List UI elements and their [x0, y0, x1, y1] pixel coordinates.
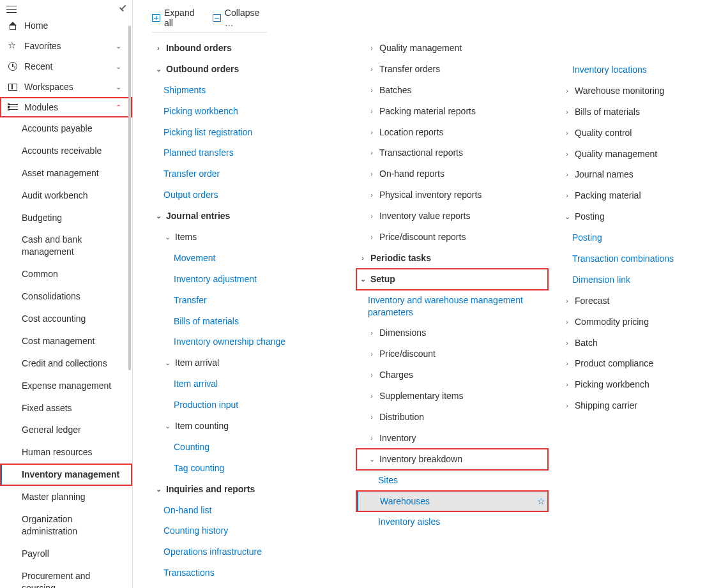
menu-link[interactable]: Inventory adjustment: [152, 269, 344, 290]
module-item[interactable]: Cost accounting: [0, 308, 132, 330]
menu-group[interactable]: ›Forecast: [561, 290, 721, 312]
collapse-all-button[interactable]: Collapse …: [213, 8, 267, 28]
group-journal-entries[interactable]: ⌄Journal entries: [152, 206, 344, 227]
group-inquiries-reports[interactable]: ⌄Inquiries and reports: [152, 479, 344, 500]
chevron-right-icon: ›: [368, 190, 376, 200]
module-item[interactable]: Credit and collections: [0, 352, 132, 375]
menu-link[interactable]: Inventory ownership change: [152, 331, 344, 352]
module-item[interactable]: General ledger: [0, 419, 132, 441]
menu-group[interactable]: ›Distribution: [356, 407, 548, 428]
menu-group[interactable]: ›Quality control: [561, 123, 721, 144]
menu-link[interactable]: Transactions: [152, 562, 344, 584]
menu-link[interactable]: Operations infrastructure: [152, 541, 344, 562]
group-periodic-tasks[interactable]: ›Periodic tasks: [356, 248, 548, 269]
menu-link[interactable]: Counting history: [152, 520, 344, 541]
menu-group[interactable]: ›Packing material: [561, 185, 721, 206]
module-item[interactable]: Expense management: [0, 375, 132, 397]
menu-link[interactable]: Transfer: [152, 290, 344, 311]
menu-group[interactable]: ›Physical inventory reports: [356, 185, 548, 206]
module-item[interactable]: Organization administration: [0, 508, 132, 543]
module-item[interactable]: Accounts payable: [0, 117, 132, 140]
nav-recent[interactable]: Recent ⌄: [0, 56, 132, 77]
group-item-counting[interactable]: ⌄Item counting: [152, 416, 344, 437]
menu-link[interactable]: Picking workbench: [152, 101, 344, 122]
module-item[interactable]: Accounts receivable: [0, 140, 132, 162]
hamburger-icon[interactable]: [6, 4, 17, 14]
menu-link[interactable]: Posting: [561, 227, 721, 248]
module-item[interactable]: Fixed assets: [0, 397, 132, 419]
module-item[interactable]: Payroll: [0, 543, 132, 565]
module-item[interactable]: Audit workbench: [0, 185, 132, 207]
menu-link[interactable]: Tag counting: [152, 458, 344, 479]
menu-link[interactable]: Production input: [152, 395, 344, 416]
module-item[interactable]: Cost management: [0, 330, 132, 352]
module-item[interactable]: Asset management: [0, 162, 132, 185]
pin-icon[interactable]: [115, 2, 130, 17]
nav-modules[interactable]: Modules ⌃: [0, 97, 132, 117]
menu-group[interactable]: ›Batches: [356, 80, 548, 101]
nav-home[interactable]: Home: [0, 15, 132, 36]
menu-group[interactable]: ›Supplementary items: [356, 386, 548, 407]
expand-all-button[interactable]: Expand all: [152, 8, 202, 28]
group-inventory-breakdown[interactable]: ⌄Inventory breakdown: [356, 449, 548, 470]
link-warehouses[interactable]: Warehouses☆: [356, 491, 548, 512]
link-inventory-locations[interactable]: Inventory locations: [561, 59, 721, 80]
group-outbound-orders[interactable]: ⌄Outbound orders: [152, 59, 344, 80]
group-setup[interactable]: ⌄Setup: [356, 269, 548, 290]
menu-group[interactable]: ›Price/discount: [356, 343, 548, 365]
menu-group[interactable]: ›Transfer orders: [356, 59, 548, 80]
group-item-arrival[interactable]: ⌄Item arrival: [152, 352, 344, 373]
nav-workspaces[interactable]: Workspaces ⌄: [0, 77, 132, 97]
group-inbound-orders[interactable]: ›Inbound orders: [152, 38, 344, 59]
menu-group[interactable]: ›Charges: [356, 365, 548, 386]
link-inventory-aisles[interactable]: Inventory aisles: [356, 511, 548, 532]
menu-group[interactable]: ›Shipping carrier: [561, 395, 721, 416]
menu-group[interactable]: ›Journal names: [561, 164, 721, 185]
menu-group[interactable]: ›Commodity pricing: [561, 312, 721, 333]
menu-link[interactable]: Shipments: [152, 80, 344, 101]
menu-group[interactable]: ›Inventory value reports: [356, 206, 548, 227]
module-list[interactable]: Accounts payableAccounts receivableAsset…: [0, 117, 132, 588]
menu-link[interactable]: Movement: [152, 248, 344, 269]
group-tracking-dimensions[interactable]: ›Tracking dimensions: [152, 584, 344, 588]
menu-group[interactable]: ›Product compliance: [561, 353, 721, 374]
favorite-star-icon[interactable]: ☆: [537, 495, 545, 508]
menu-link[interactable]: On-hand list: [152, 500, 344, 521]
module-item[interactable]: Procurement and sourcing: [0, 565, 132, 588]
menu-link[interactable]: Picking list registration: [152, 122, 344, 143]
menu-group[interactable]: ›Quality management: [356, 38, 548, 59]
menu-group[interactable]: ›Location reports: [356, 122, 548, 143]
group-posting[interactable]: ⌄Posting: [561, 206, 721, 227]
menu-group[interactable]: ›Transactional reports: [356, 142, 548, 163]
menu-group[interactable]: ›Bills of materials: [561, 102, 721, 123]
menu-group[interactable]: ›Dimensions: [356, 322, 548, 343]
module-item[interactable]: Human resources: [0, 441, 132, 464]
menu-link[interactable]: Transfer order: [152, 163, 344, 185]
menu-group[interactable]: ›Warehouse monitoring: [561, 80, 721, 102]
menu-group[interactable]: ›Price/discount reports: [356, 227, 548, 248]
menu-group[interactable]: ›Quality management: [561, 144, 721, 165]
link-inv-wh-params[interactable]: Inventory and warehouse management param…: [356, 290, 548, 323]
module-item[interactable]: Budgeting: [0, 207, 132, 229]
module-item[interactable]: Master planning: [0, 486, 132, 508]
menu-group[interactable]: ›Picking workbench: [561, 374, 721, 395]
module-item[interactable]: Consolidations: [0, 285, 132, 308]
nav-favorites[interactable]: Favorites ⌄: [0, 36, 132, 56]
module-item[interactable]: Cash and bank management: [0, 229, 132, 263]
module-item[interactable]: Common: [0, 263, 132, 285]
menu-group[interactable]: ›Batch: [561, 333, 721, 354]
menu-link[interactable]: Counting: [152, 437, 344, 458]
menu-group[interactable]: ›Packing material reports: [356, 101, 548, 122]
menu-group[interactable]: ›Inventory: [356, 428, 548, 449]
link-sites[interactable]: Sites: [356, 470, 548, 491]
menu-link[interactable]: Transaction combinations: [561, 248, 721, 269]
menu-link[interactable]: Item arrival: [152, 373, 344, 395]
menu-link[interactable]: Dimension link: [561, 269, 721, 290]
scrollbar-thumb[interactable]: [128, 26, 131, 370]
group-items[interactable]: ⌄Items: [152, 227, 344, 248]
menu-group[interactable]: ›On-hand reports: [356, 163, 548, 185]
menu-link[interactable]: Output orders: [152, 185, 344, 206]
module-item[interactable]: Inventory management: [0, 464, 132, 486]
menu-link[interactable]: Bills of materials: [152, 311, 344, 332]
menu-link[interactable]: Planned transfers: [152, 142, 344, 163]
